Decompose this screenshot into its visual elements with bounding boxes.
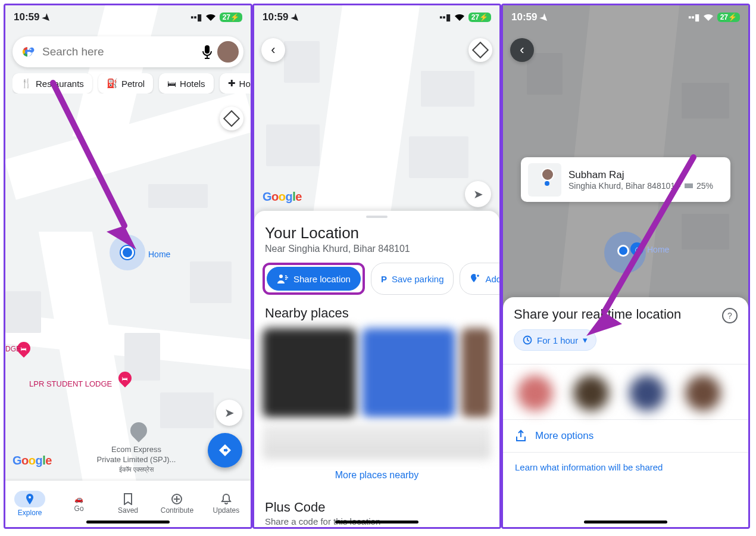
contact-avatar[interactable] [629,375,665,411]
google-logo: Google [263,190,302,204]
action-pill-row: Share location PSave parking Add [254,263,499,295]
screen-1-maps-home: 10:59➤ ▪▪▮ 27⚡ 🍴Restaurants ⛽Petrol 🛏Hot… [4,4,252,529]
directions-icon [218,443,232,457]
layers-button[interactable] [220,107,243,130]
battery-badge: 27⚡ [468,13,491,22]
contact-avatar[interactable] [573,375,609,411]
bed-icon: 🛏 [167,79,176,89]
poi-lodge-2[interactable]: 🛏 [118,372,132,385]
status-bar: 10:59➤ ▪▪▮ 27⚡ [5,5,251,29]
pin-icon [24,493,36,505]
battery-badge: 27⚡ [220,13,242,22]
wifi-icon [703,13,714,21]
wifi-icon [454,13,465,21]
mic-icon[interactable] [197,45,217,59]
chevron-left-icon: ‹ [271,42,275,58]
annotation-highlight: Share location [263,263,365,295]
layers-button[interactable] [468,38,492,62]
cellular-icon: ▪▪▮ [190,12,202,23]
person-share-icon [277,273,289,284]
bookmark-icon [123,493,133,505]
cellular-icon: ▪▪▮ [439,12,451,23]
svg-rect-1 [205,45,210,54]
svg-line-2 [53,83,124,226]
home-indicator[interactable] [86,521,170,523]
learn-more-link[interactable]: Learn what information will be shared [503,453,748,482]
clock-text: 10:59 [263,11,288,23]
layers-icon [223,110,240,127]
parking-icon: P [381,274,387,284]
screen-2-your-location: 10:59➤ ▪▪▮ 27⚡ ‹ Google ➤ Your Location … [252,4,501,529]
google-icon [20,44,35,60]
plus-circle-icon [171,493,183,505]
screen-3-share-realtime: ⌂ Home 10:59➤ ▪▪▮ 27⚡ ‹ Subham Raj Singh… [501,4,750,529]
save-parking-button[interactable]: PSave parking [371,263,454,295]
location-services-icon: ➤ [538,11,552,24]
status-bar: 10:59➤ ▪▪▮ 27⚡ [254,5,499,29]
plus-code-title: Plus Code [254,491,499,515]
add-button[interactable]: Add [460,263,499,295]
contact-avatar[interactable] [685,375,721,411]
nearby-places-title: Nearby places [254,295,499,321]
chip-hotels[interactable]: 🛏Hotels [159,73,214,94]
poi-lodge-2-label: LPR STUDENT LODGE [29,379,112,388]
cellular-icon: ▪▪▮ [688,12,699,23]
share-location-button[interactable]: Share location [267,267,361,291]
help-button[interactable]: ? [722,308,738,323]
search-bar[interactable] [13,36,243,67]
nav-explore[interactable]: Explore [5,481,54,527]
svg-point-6 [279,275,283,278]
nav-updates[interactable]: Updates [202,481,251,527]
svg-marker-3 [107,226,136,250]
bell-icon [221,493,232,505]
sheet-title: Your Location [254,220,499,244]
location-services-icon: ➤ [289,11,303,24]
battery-badge: 27⚡ [717,13,740,22]
question-icon: ? [727,311,732,320]
back-button[interactable]: ‹ [510,38,534,62]
layers-icon [472,42,489,58]
wifi-icon [205,13,216,21]
nearby-card[interactable] [362,328,455,417]
poi-business[interactable] [130,422,147,439]
recenter-button[interactable]: ➤ [465,181,491,207]
svg-line-8 [604,157,693,312]
minimap-thumbnail [528,163,561,197]
poi-lodge-1-label: DGE [5,345,21,353]
add-pin-icon [470,273,480,284]
profile-avatar[interactable] [217,41,239,63]
plus-icon: ✚ [228,78,236,89]
more-options-row[interactable]: More options [503,420,748,453]
clock-text: 10:59 [511,11,537,23]
nearby-card[interactable] [461,328,491,417]
google-logo: Google [13,454,52,468]
chip-hospitals[interactable]: ✚Hosp [220,73,251,94]
clock-text: 10:59 [14,11,39,23]
sheet-handle[interactable] [366,216,388,218]
status-bar: 10:59➤ ▪▪▮ 27⚡ [503,5,748,29]
location-sheet[interactable]: Your Location Near Singhia Khurd, Bihar … [254,211,499,527]
search-input[interactable] [41,45,197,59]
share-icon [515,429,527,442]
recenter-button[interactable]: ➤ [216,400,242,426]
home-indicator[interactable] [584,521,667,523]
car-icon: 🚗 [74,495,83,503]
nearby-card[interactable] [263,328,356,417]
clock-icon [523,335,532,345]
nearby-card-text [263,423,491,459]
home-indicator[interactable] [335,521,418,523]
navigation-arrow-icon: ➤ [473,187,483,201]
back-button[interactable]: ‹ [261,38,285,62]
more-places-link[interactable]: More places nearby [254,465,499,491]
contact-avatar[interactable] [517,375,553,411]
utensils-icon: 🍴 [21,78,32,89]
annotation-arrow [41,77,154,255]
chevron-left-icon: ‹ [520,42,524,58]
svg-point-4 [29,496,31,498]
directions-fab[interactable] [208,433,242,468]
navigation-arrow-icon: ➤ [224,406,235,420]
poi-business-label: Ecom Express Private Limited (SPJ)... ईक… [86,445,187,473]
nearby-places-grid [254,328,499,417]
annotation-arrow [580,151,705,342]
location-services-icon: ➤ [40,11,54,24]
